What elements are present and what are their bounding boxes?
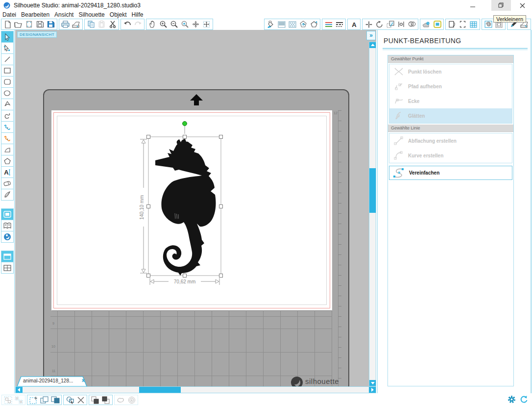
tool-store[interactable] xyxy=(1,231,14,243)
scroll-right-icon[interactable] xyxy=(369,387,376,393)
fill-effect-icon[interactable] xyxy=(299,20,307,28)
vertical-scrollbar[interactable] xyxy=(369,42,376,386)
menu-silhouette[interactable]: Silhouette xyxy=(78,11,108,19)
save-icon[interactable] xyxy=(36,20,44,28)
zoom-selection-icon[interactable] xyxy=(181,20,189,28)
fill-solid-icon[interactable] xyxy=(277,20,286,28)
ungroup-icon[interactable] xyxy=(15,396,23,404)
tool-text[interactable]: A xyxy=(1,166,14,178)
print-icon[interactable] xyxy=(61,20,70,28)
scale-icon[interactable] xyxy=(386,20,394,28)
document-tab-label[interactable]: animal-2029418_128... xyxy=(23,378,73,383)
tool-library[interactable] xyxy=(1,220,14,231)
page-flip-icon[interactable] xyxy=(448,20,456,28)
sync-icon[interactable] xyxy=(520,395,528,404)
duplicate-mirror-icon[interactable] xyxy=(51,396,59,404)
weld-icon[interactable] xyxy=(408,20,416,28)
panel-page-setup[interactable] xyxy=(1,251,14,262)
tool-curve[interactable] xyxy=(1,110,14,122)
tool-smooth-freehand[interactable] xyxy=(1,132,14,144)
object-outline-icon[interactable] xyxy=(127,396,136,404)
redo-icon[interactable] xyxy=(134,20,142,28)
drag-zoom-icon[interactable] xyxy=(192,20,200,28)
tool-polygon[interactable] xyxy=(1,99,14,110)
vertical-scroll-thumb[interactable] xyxy=(369,168,376,213)
zoom-out-icon[interactable] xyxy=(170,20,178,28)
preferences-gear-icon[interactable] xyxy=(508,395,516,404)
move-icon[interactable] xyxy=(364,20,373,28)
tool-freehand[interactable] xyxy=(1,121,14,133)
send-to-back-icon[interactable] xyxy=(102,396,110,404)
duplicate-icon[interactable] xyxy=(40,396,48,404)
shadow-icon[interactable] xyxy=(422,20,431,28)
rotate-handle[interactable] xyxy=(183,122,187,126)
bring-to-front-icon[interactable] xyxy=(91,396,99,404)
menu-ansicht[interactable]: Ansicht xyxy=(54,11,77,19)
fill-pattern-icon[interactable] xyxy=(288,20,296,28)
compound-path-icon[interactable] xyxy=(66,396,74,404)
undo-icon[interactable] xyxy=(123,20,131,28)
design-canvas[interactable]: 12 9 10 11 silhouette 140,10 mm xyxy=(15,30,376,393)
tab-close-icon[interactable]: x xyxy=(82,378,85,383)
line-color-icon[interactable] xyxy=(324,20,333,28)
open-file-icon[interactable] xyxy=(14,20,23,28)
button-delete-point[interactable]: Punkt löschen xyxy=(389,64,512,79)
paste-icon[interactable] xyxy=(97,20,106,28)
rotate-icon[interactable] xyxy=(375,20,384,28)
menu-bearbeiten[interactable]: Bearbeiten xyxy=(21,11,53,19)
save-library-icon[interactable] xyxy=(47,20,55,28)
line-style-icon[interactable] xyxy=(335,20,343,28)
button-simplify[interactable]: Vereinfachen xyxy=(389,166,512,180)
tool-rounded-rectangle[interactable] xyxy=(1,76,14,88)
tool-rectangle[interactable] xyxy=(1,65,14,76)
close-button[interactable] xyxy=(512,0,532,11)
button-make-curve[interactable]: Kurve erstellen xyxy=(389,148,512,163)
text-style-icon[interactable]: A xyxy=(350,20,358,28)
pan-icon[interactable] xyxy=(148,20,157,28)
horizontal-scroll-thumb[interactable] xyxy=(139,387,181,393)
tool-arc[interactable] xyxy=(1,144,14,155)
scroll-left-icon[interactable] xyxy=(16,387,23,393)
fill-color-icon[interactable] xyxy=(266,20,275,28)
scroll-down-icon[interactable] xyxy=(369,380,376,386)
select-trace-area-icon[interactable] xyxy=(29,396,38,404)
button-corner[interactable]: Ecke xyxy=(389,94,512,108)
scroll-up-icon[interactable] xyxy=(369,42,376,48)
menu-hilfe[interactable]: Hilfe xyxy=(131,11,147,19)
open-template-icon[interactable] xyxy=(25,20,33,28)
tool-regular-polygon[interactable] xyxy=(1,155,14,167)
zoom-in-icon[interactable] xyxy=(159,20,168,28)
delete-icon[interactable] xyxy=(76,396,85,404)
tool-point-edit[interactable] xyxy=(1,42,14,54)
line-polygon-icon[interactable] xyxy=(310,20,318,28)
tool-ellipse[interactable] xyxy=(1,87,14,99)
page-crop-icon[interactable] xyxy=(459,20,467,28)
button-make-flat[interactable]: Abflachung erstellen xyxy=(389,133,512,148)
offset-icon[interactable] xyxy=(433,20,441,28)
weld-shapes-icon[interactable] xyxy=(117,396,125,404)
panel-grid-setup[interactable] xyxy=(1,262,14,274)
spacing-icon[interactable] xyxy=(397,20,405,28)
grid-icon[interactable] xyxy=(469,20,478,28)
pixscan-icon[interactable] xyxy=(484,20,492,28)
restore-button[interactable] xyxy=(491,0,511,11)
new-document-icon[interactable] xyxy=(3,20,12,28)
group-icon[interactable] xyxy=(4,396,12,404)
button-smooth[interactable]: Glätten xyxy=(389,108,512,123)
tool-mat-setup[interactable] xyxy=(1,208,14,220)
tool-line[interactable] xyxy=(1,53,14,65)
send-to-silhouette-icon[interactable] xyxy=(72,20,80,28)
cut-icon[interactable] xyxy=(108,20,117,28)
panel-expand-button[interactable]: » xyxy=(366,31,376,40)
document-tab[interactable]: animal-2029418_128... x xyxy=(15,376,113,387)
seahorse-silhouette[interactable] xyxy=(155,139,216,276)
minimize-button[interactable] xyxy=(463,0,483,11)
copy-icon[interactable] xyxy=(87,20,95,28)
menu-objekt[interactable]: Objekt xyxy=(110,11,131,19)
tool-select[interactable] xyxy=(1,31,14,43)
fit-to-page-icon[interactable] xyxy=(202,20,211,28)
tool-knife[interactable] xyxy=(1,189,14,201)
menu-datei[interactable]: Datei xyxy=(2,11,20,19)
tool-eraser[interactable] xyxy=(1,178,14,189)
button-break-path[interactable]: Pfad aufheben xyxy=(389,79,512,94)
